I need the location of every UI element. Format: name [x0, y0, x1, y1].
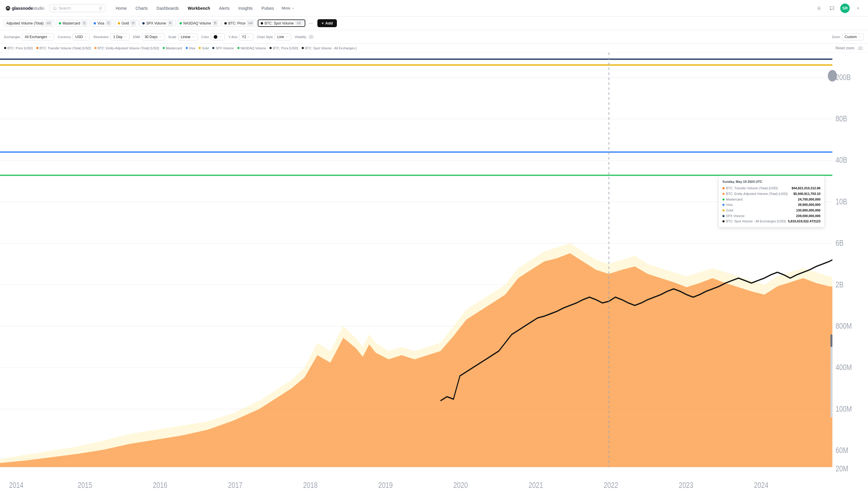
- search-box[interactable]: Search /: [50, 4, 106, 12]
- metric-dot-btc-spot: [261, 22, 263, 25]
- svg-point-4: [860, 48, 861, 49]
- nav-pulses[interactable]: Pulses: [257, 4, 278, 13]
- expand-button[interactable]: [853, 3, 863, 13]
- brand-name: glassnodestudio: [12, 6, 44, 10]
- scale-control: Scale Linear: [168, 33, 198, 41]
- svg-text:400M: 400M: [836, 363, 852, 372]
- nav-more[interactable]: More: [279, 4, 298, 12]
- metric-key-f3: f3: [130, 21, 136, 25]
- legend-item-spx: SPX Volume: [212, 46, 234, 50]
- chart-area[interactable]: 200B 80B 40B 10B 6B 2B 800M 400M 100M 60…: [0, 53, 868, 492]
- svg-text:60M: 60M: [836, 445, 848, 454]
- metric-key-f5: f5: [212, 21, 218, 25]
- nav-home[interactable]: Home: [111, 4, 131, 13]
- reset-zoom-button[interactable]: Reset zoom: [836, 46, 854, 50]
- ema-chevron-icon: [159, 35, 162, 39]
- svg-text:2024: 2024: [754, 480, 768, 489]
- legend-dot-btc-price2: [270, 47, 272, 49]
- color-select[interactable]: [211, 33, 225, 41]
- legend-item-visa: Visa: [186, 46, 195, 50]
- metric-tag-btc-spot-volume[interactable]: BTC: Spot Volume m5: [258, 20, 305, 27]
- tooltip-row-btc-spot: BTC: Spot Volume - All Exchanges [USD]: …: [722, 219, 820, 224]
- metric-tag-btc-price[interactable]: BTC: Price m4: [222, 20, 257, 27]
- y-axis-control: Y Axis Y2: [229, 33, 253, 41]
- nav-links: Home Charts Dashboards Workbench Alerts …: [111, 4, 814, 13]
- metric-dot-mastercard: [59, 22, 61, 25]
- chart-style-chevron-icon: [285, 35, 288, 39]
- svg-text:2B: 2B: [836, 280, 843, 289]
- svg-point-0: [6, 6, 10, 10]
- add-metric-button[interactable]: + + Add Add: [317, 19, 337, 27]
- tooltip-dot-mastercard: [722, 198, 724, 200]
- y-axis-select[interactable]: Y2: [239, 33, 253, 41]
- legend-dot-btc-transfer: [36, 47, 39, 49]
- tooltip-dot-entity: [722, 193, 724, 195]
- chart-style-control: Chart Style Line: [257, 33, 291, 41]
- scale-select[interactable]: Linear: [178, 33, 198, 41]
- svg-point-3: [311, 36, 312, 38]
- legend-dot-nasdaq: [237, 47, 239, 49]
- currency-select[interactable]: USD: [73, 33, 90, 41]
- nav-insights[interactable]: Insights: [234, 4, 257, 13]
- metric-dot-visa: [94, 22, 96, 25]
- zoom-select[interactable]: Custom: [842, 33, 864, 41]
- zoom-label: Zoom: [832, 35, 840, 39]
- logo-icon: [5, 6, 10, 11]
- product-name: studio: [33, 6, 44, 10]
- exchanges-select[interactable]: All Exchanges: [22, 33, 54, 41]
- nav-dashboards[interactable]: Dashboards: [152, 4, 183, 13]
- nav-workbench[interactable]: Workbench: [184, 4, 214, 13]
- ema-select[interactable]: 30 Days: [142, 33, 165, 41]
- metric-label: Mastercard: [62, 21, 80, 25]
- color-swatch[interactable]: [213, 35, 218, 39]
- color-label: Color: [201, 35, 209, 39]
- user-avatar[interactable]: SR: [840, 3, 850, 13]
- metric-label: BTC: Price: [228, 21, 245, 25]
- zoom-control: Zoom Custom: [832, 33, 864, 41]
- metric-dot-gold: [118, 22, 120, 25]
- search-placeholder: Search: [59, 6, 71, 10]
- camera-icon: [858, 46, 862, 50]
- svg-point-1: [53, 6, 56, 9]
- svg-text:2021: 2021: [529, 480, 543, 489]
- eye-icon: [309, 34, 313, 39]
- metrics-bar: Adjusted Volume (Total) m3 Mastercard f1…: [0, 17, 868, 30]
- legend-item-nasdaq: NASDAQ Volume: [237, 46, 266, 50]
- visibility-label: Visibility: [295, 35, 306, 39]
- screenshot-button[interactable]: [857, 45, 864, 52]
- tooltip-row-visa: Visa: 38,900,000,000: [722, 202, 820, 207]
- svg-point-2: [818, 8, 820, 9]
- metric-tag-adjusted-volume[interactable]: Adjusted Volume (Total) m3: [3, 20, 55, 27]
- nav-charts[interactable]: Charts: [131, 4, 152, 13]
- nav-alerts[interactable]: Alerts: [215, 4, 234, 13]
- svg-text:2016: 2016: [153, 480, 168, 489]
- metric-tag-nasdaq-volume[interactable]: NASDAQ Volume f5: [177, 20, 221, 27]
- metric-label: Visa: [97, 21, 104, 25]
- svg-text:2019: 2019: [378, 480, 393, 489]
- legend-item-btc-spot: BTC: Spot Volume - All Exchanges [: [302, 46, 357, 50]
- metric-key-f1: f1: [82, 21, 87, 25]
- legend-dot-visa: [186, 47, 188, 49]
- legend-bar: BTC: Price [USD] BTC: Transfer Volume (T…: [0, 44, 868, 53]
- metric-label: SPX Volume: [146, 21, 166, 25]
- metric-tag-visa[interactable]: Visa f2: [91, 20, 114, 27]
- chevron-down-icon: [291, 6, 295, 10]
- tooltip-row-spx: SPX Volume: 239,000,000,000: [722, 213, 820, 219]
- metric-tag-mastercard[interactable]: Mastercard f1: [56, 20, 90, 27]
- logo: glassnodestudio: [5, 6, 44, 11]
- metrics-more-button[interactable]: ···: [306, 21, 315, 26]
- color-control: Color: [201, 33, 225, 41]
- chat-button[interactable]: [827, 3, 837, 13]
- metric-label: BTC: Spot Volume: [264, 21, 294, 25]
- svg-text:2023: 2023: [679, 480, 693, 489]
- resolution-select[interactable]: 1 Day: [110, 33, 129, 41]
- settings-button[interactable]: [814, 3, 824, 13]
- metric-label: Gold: [122, 21, 129, 25]
- svg-text:2018: 2018: [303, 480, 318, 489]
- metric-tag-spx-volume[interactable]: SPX Volume f4: [139, 20, 176, 27]
- legend-dot-gold: [199, 47, 201, 49]
- exchanges-control: Exchanges All Exchanges: [4, 33, 54, 41]
- metric-tag-gold[interactable]: Gold f3: [115, 20, 139, 27]
- chart-style-select[interactable]: Line: [275, 33, 291, 41]
- visibility-toggle[interactable]: [308, 33, 314, 41]
